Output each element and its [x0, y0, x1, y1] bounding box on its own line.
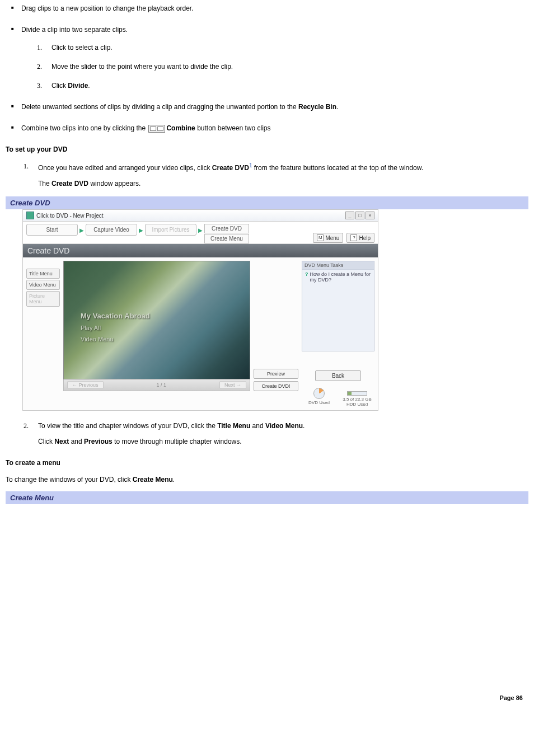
create-dvd-button[interactable]: Create DVD! — [254, 381, 298, 391]
menu-button[interactable]: MMenu — [313, 233, 343, 243]
task-question: How do I create a Menu for my DVD? — [310, 271, 372, 283]
side-panel: DVD Menu Tasks ? How do I create a Menu … — [302, 261, 374, 407]
dvd-preview: My Vacation Abroad Play All Video Menu — [63, 261, 250, 379]
text: Once you have edited and arranged your v… — [38, 164, 212, 172]
preview-title: My Vacation Abroad — [81, 312, 150, 320]
bold-text: Recycle Bin — [298, 103, 336, 111]
tab-create-stack: Create DVD Create Menu — [204, 224, 249, 243]
figure-caption: Create Menu — [6, 491, 528, 504]
app-window: Click to DVD - New Project _ □ × Start ▶… — [22, 209, 378, 411]
follow-text: The Create DVD window appears. — [38, 179, 528, 189]
page-footer: Page 86 — [6, 694, 528, 701]
bold-text: Previous — [84, 438, 113, 445]
preview-area: My Vacation Abroad Play All Video Menu ←… — [63, 261, 250, 407]
numbered-sublist: Click to select a clip. Move the slider … — [37, 43, 528, 91]
text: from the feature buttons located at the … — [252, 164, 423, 172]
bold-text: Create DVD — [212, 164, 249, 172]
follow-text: Click Next and Previous to move through … — [38, 436, 528, 447]
text: . — [336, 103, 338, 111]
tab-create-menu[interactable]: Create Menu — [204, 234, 249, 243]
disk-usage: DVD Used 3.5 of 22.3 GB HDD Used — [302, 388, 374, 407]
text: . — [88, 82, 90, 90]
bullet-list: Drag clips to a new position to change t… — [6, 3, 528, 133]
minimize-button[interactable]: _ — [345, 212, 354, 219]
preview-actions: Preview Create DVD! — [254, 261, 298, 407]
bold-text: Video Menu — [265, 422, 303, 430]
text: and — [69, 438, 84, 445]
text: . — [173, 476, 175, 483]
next-button[interactable]: Next → — [219, 381, 246, 389]
section-heading: To create a menu — [6, 459, 528, 467]
substep: Click to select a clip. — [37, 43, 528, 53]
close-button[interactable]: × — [366, 212, 374, 219]
bold-text: Combine — [166, 124, 195, 132]
text: button between two clips — [195, 124, 271, 132]
label: Help — [359, 235, 371, 241]
text: window appears. — [88, 180, 140, 187]
preview-overlay: My Vacation Abroad Play All Video Menu — [81, 312, 150, 347]
tab-create-dvd[interactable]: Create DVD — [204, 224, 249, 233]
text: Click — [38, 438, 54, 445]
bold-text: Title Menu — [217, 422, 250, 430]
text: and — [250, 422, 265, 430]
preview-play-all[interactable]: Play All — [81, 325, 150, 331]
combine-icon — [148, 125, 165, 133]
tab-import-pictures[interactable]: Import Pictures — [145, 224, 196, 236]
app-icon — [26, 212, 34, 219]
screenshot-container: Click to DVD - New Project _ □ × Start ▶… — [6, 209, 528, 411]
text: Combine two clips into one by clicking t… — [21, 124, 147, 132]
video-menu-tab[interactable]: Video Menu — [26, 280, 60, 290]
task-panel: DVD Menu Tasks ? How do I create a Menu … — [302, 261, 374, 351]
help-icon: ? — [350, 234, 357, 241]
task-panel-header: DVD Menu Tasks — [302, 261, 374, 270]
bullet-item: Drag clips to a new position to change t… — [6, 3, 528, 13]
numbered-list: Once you have edited and arranged your v… — [24, 161, 528, 189]
maximize-button[interactable]: □ — [355, 212, 364, 219]
tab-capture-video[interactable]: Capture Video — [86, 224, 137, 236]
section-heading: To set up your DVD — [6, 145, 528, 153]
list-item: To view the title and chapter windows of… — [24, 421, 528, 447]
task-help-link[interactable]: ? How do I create a Menu for my DVD? — [302, 270, 374, 284]
help-button[interactable]: ?Help — [346, 233, 374, 243]
hdd-used-label: HDD Used — [340, 402, 374, 407]
preview-video-menu[interactable]: Video Menu — [81, 336, 150, 342]
window-body: Title Menu Video Menu Picture Menu My Va… — [23, 257, 378, 410]
menu-type-tabs: Title Menu Video Menu Picture Menu — [26, 261, 60, 407]
text: The — [38, 180, 51, 187]
window-controls: _ □ × — [345, 212, 374, 219]
bar-icon — [347, 391, 367, 396]
text: . — [303, 422, 305, 430]
text: Click — [51, 82, 68, 90]
preview-button[interactable]: Preview — [254, 369, 298, 379]
pager: ← Previous 1 / 1 Next → — [63, 379, 250, 391]
bullet-item: Combine two clips into one by clicking t… — [6, 123, 528, 133]
chevron-right-icon: ▶ — [196, 224, 204, 237]
figure-caption: Create DVD — [6, 196, 528, 209]
dvd-usage: DVD Used — [302, 388, 336, 407]
feature-tabs: Start ▶ Capture Video ▶ Import Pictures … — [23, 222, 378, 244]
substep: Click Divide. — [37, 81, 528, 91]
bold-text: Create DVD — [51, 180, 88, 187]
help-bullet-icon: ? — [305, 271, 308, 277]
substep: Move the slider to the point where you w… — [37, 62, 528, 72]
text: To change the windows of your DVD, click — [6, 476, 133, 483]
numbered-list: To view the title and chapter windows of… — [24, 421, 528, 447]
previous-button[interactable]: ← Previous — [67, 381, 104, 389]
chevron-right-icon: ▶ — [78, 224, 86, 237]
tab-start[interactable]: Start — [26, 224, 78, 236]
window-titlebar: Click to DVD - New Project _ □ × — [23, 210, 378, 222]
bullet-item: Divide a clip into two separate clips. C… — [6, 25, 528, 91]
text: to move through multiple chapter windows… — [113, 438, 242, 445]
picture-menu-tab[interactable]: Picture Menu — [26, 291, 60, 307]
bold-text: Create Menu — [133, 476, 173, 483]
page-count: 1 / 1 — [157, 382, 167, 388]
window-title: Click to DVD - New Project — [36, 213, 103, 219]
text: Delete unwanted sections of clips by div… — [21, 103, 298, 111]
menu-icon: M — [317, 234, 324, 241]
back-button[interactable]: Back — [315, 370, 361, 381]
text: To view the title and chapter windows of… — [38, 422, 217, 430]
title-menu-tab[interactable]: Title Menu — [26, 269, 60, 279]
section-banner: Create DVD — [23, 244, 378, 257]
hdd-used-value: 3.5 of 22.3 GB — [340, 397, 374, 402]
bullet-item: Delete unwanted sections of clips by div… — [6, 102, 528, 112]
